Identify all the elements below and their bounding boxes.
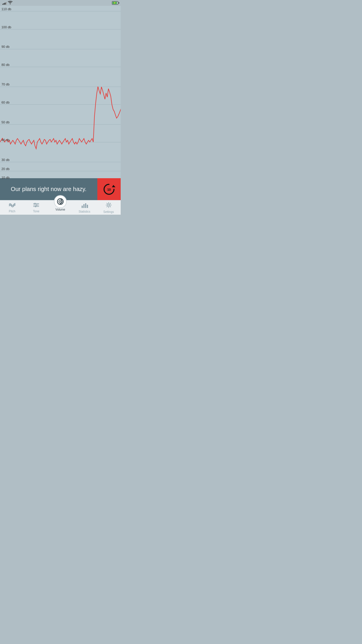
y-label-110: 110 db [1,8,11,11]
svg-rect-13 [83,204,85,208]
replay-button[interactable]: 10 [97,178,121,200]
settings-icon [106,202,112,210]
signal-bar-4 [6,2,7,5]
y-label-10: 10 db [1,176,10,179]
y-label-90: 90 db [1,45,10,48]
signal-bars [2,1,7,5]
svg-point-6 [34,203,36,204]
svg-point-0 [10,4,10,4]
chart-container: 110 db 100 db 90 db 80 db 70 db 60 db 50… [0,6,121,185]
tab-statistics-label: Statistics [79,210,90,213]
tab-pitch-label: Pitch [9,210,15,213]
pitch-icon [8,202,15,209]
tab-settings[interactable]: Settings [96,200,121,215]
y-label-40: 40 db [1,139,10,142]
tab-tone[interactable]: Tone [24,200,48,215]
volume-icon [56,197,64,206]
tab-settings-label: Settings [103,210,114,214]
replay-icon: 10 [102,182,116,197]
svg-point-11 [60,201,61,202]
status-right: ⚡ [112,1,118,5]
volume-chart [0,6,121,185]
battery-icon: ⚡ [112,1,118,5]
y-label-100: 100 db [1,26,11,29]
y-label-80: 80 db [1,63,10,66]
y-label-50: 50 db [1,121,10,124]
tab-statistics[interactable]: Statistics [72,200,96,215]
svg-rect-15 [87,205,88,208]
tone-icon [33,202,40,209]
status-left [2,1,13,5]
svg-point-16 [108,204,110,206]
wifi-icon [8,1,13,5]
status-bar: ⚡ [0,0,121,6]
signal-bar-2 [3,3,4,5]
svg-marker-1 [112,185,115,187]
volume-tab-circle [54,195,67,208]
volume-line [0,87,121,149]
svg-rect-14 [85,203,86,208]
battery-bolt: ⚡ [113,2,116,4]
tab-tone-label: Tone [33,210,39,213]
tab-volume-label: Volume [55,208,65,211]
y-label-70: 70 db [1,83,10,86]
statistics-icon [81,202,88,209]
y-axis-labels: 110 db 100 db 90 db 80 db 70 db 60 db 50… [0,6,15,185]
tab-volume[interactable]: Volume [48,200,73,215]
svg-text:10: 10 [107,188,111,191]
y-label-20: 20 db [1,167,10,171]
svg-rect-12 [82,206,83,208]
tab-bar: Pitch Tone Volume [0,200,121,215]
y-label-30: 30 db [1,158,10,162]
svg-point-8 [35,206,36,207]
svg-point-7 [36,204,38,206]
quote-text: Our plans right now are hazy. [0,186,97,192]
battery-fill: ⚡ [113,2,117,4]
y-label-60: 60 db [1,101,10,104]
tab-pitch[interactable]: Pitch [0,200,24,215]
signal-bar-1 [2,4,3,5]
signal-bar-3 [5,3,6,5]
